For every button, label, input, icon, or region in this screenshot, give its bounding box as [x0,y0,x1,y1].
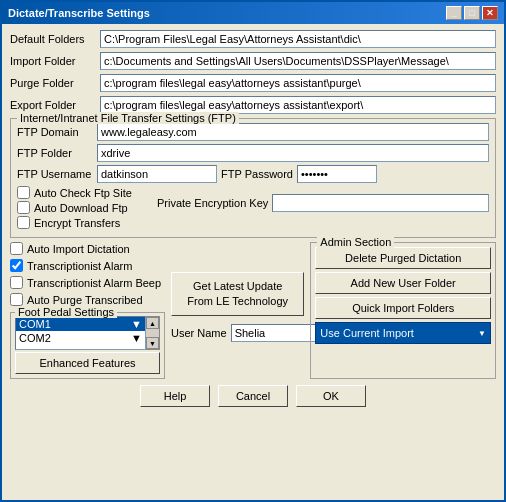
use-current-label: Use Current Import [320,327,414,339]
ftp-domain-label: FTP Domain [17,126,97,138]
ftp-password-input[interactable] [297,165,377,183]
ftp-credentials-row: FTP Username FTP Password [17,165,489,183]
purge-folder-label: Purge Folder [10,77,100,89]
import-folder-label: Import Folder [10,55,100,67]
encrypt-row: Encrypt Transfers [17,216,157,229]
auto-check-row: Auto Check Ftp Site [17,186,157,199]
listbox-scrollbar: ▲ ▼ [146,316,160,350]
purge-folder-row: Purge Folder [10,74,496,92]
ftp-username-input[interactable] [97,165,217,183]
ftp-password-label: FTP Password [217,168,297,180]
default-folders-row: Default Folders [10,30,496,48]
com1-item[interactable]: COM1 ▼ [16,317,145,331]
ftp-group: Internet/Intranet File Transfer Settings… [10,118,496,238]
auto-check-label: Auto Check Ftp Site [34,187,132,199]
transcriptionist-beep-label: Transcriptionist Alarm Beep [27,277,161,289]
ftp-domain-input[interactable] [97,123,489,141]
ftp-options-row: Auto Check Ftp Site Auto Download Ftp En… [17,186,489,231]
default-folders-label: Default Folders [10,33,100,45]
transcriptionist-label: Transcriptionist Alarm [27,260,132,272]
admin-section: Admin Section Delete Purged Dictation Ad… [310,242,496,379]
auto-download-checkbox[interactable] [17,201,30,214]
auto-import-checkbox[interactable] [10,242,23,255]
username-label: User Name [171,327,227,339]
foot-pedal-listbox[interactable]: COM1 ▼ COM2 ▼ ▲ ▼ [15,316,160,350]
foot-pedal-group: Foot Pedal Settings COM1 ▼ COM2 ▼ [10,312,165,379]
enhanced-features-button[interactable]: Enhanced Features [15,352,160,374]
ftp-domain-row: FTP Domain [17,123,489,141]
encrypt-label: Encrypt Transfers [34,217,120,229]
auto-download-label: Auto Download Ftp [34,202,128,214]
import-folder-input[interactable] [100,52,496,70]
foot-pedal-label: Foot Pedal Settings [15,306,117,318]
ftp-folder-row: FTP Folder [17,144,489,162]
bottom-buttons: Help Cancel OK [10,385,496,407]
title-bar: Dictate/Transcribe Settings _ □ ✕ [2,2,504,24]
auto-import-label: Auto Import Dictation [27,243,130,255]
close-button[interactable]: ✕ [482,6,498,20]
use-current-arrow: ▼ [478,329,486,338]
ftp-checkboxes: Auto Check Ftp Site Auto Download Ftp En… [17,186,157,231]
title-bar-buttons: _ □ ✕ [446,6,498,20]
left-bottom: Auto Import Dictation Transcriptionist A… [10,242,165,379]
username-row: User Name [171,324,304,342]
scroll-up-btn[interactable]: ▲ [146,317,159,329]
ftp-folder-label: FTP Folder [17,147,97,159]
transcriptionist-beep-row: Transcriptionist Alarm Beep [10,276,165,289]
ftp-group-label: Internet/Intranet File Transfer Settings… [17,112,239,124]
private-key-row: Private Encryption Key [157,194,489,212]
ftp-folder-input[interactable] [97,144,489,162]
main-window: Dictate/Transcribe Settings _ □ ✕ Defaul… [0,0,506,502]
quick-import-button[interactable]: Quick Import Folders [315,297,491,319]
middle-bottom: Get Latest Update From LE Technology Use… [171,242,304,379]
admin-section-label: Admin Section [317,236,394,248]
use-current-import-button[interactable]: Use Current Import ▼ [315,322,491,344]
delete-purged-button[interactable]: Delete Purged Dictation [315,247,491,269]
encrypt-checkbox[interactable] [17,216,30,229]
import-folder-row: Import Folder [10,52,496,70]
add-user-folder-button[interactable]: Add New User Folder [315,272,491,294]
private-key-label: Private Encryption Key [157,197,268,209]
com2-item[interactable]: COM2 ▼ [16,331,145,345]
minimize-button[interactable]: _ [446,6,462,20]
auto-purge-checkbox[interactable] [10,293,23,306]
default-folders-input[interactable] [100,30,496,48]
content-area: Default Folders Import Folder Purge Fold… [2,24,504,500]
private-key-input[interactable] [272,194,489,212]
ok-button[interactable]: OK [296,385,366,407]
transcriptionist-row: Transcriptionist Alarm [10,259,165,272]
transcriptionist-checkbox[interactable] [10,259,23,272]
auto-purge-row: Auto Purge Transcribed [10,293,165,306]
auto-download-row: Auto Download Ftp [17,201,157,214]
maximize-button[interactable]: □ [464,6,480,20]
window-title: Dictate/Transcribe Settings [8,7,150,19]
transcriptionist-beep-checkbox[interactable] [10,276,23,289]
scroll-down-btn[interactable]: ▼ [146,337,159,349]
listbox-main[interactable]: COM1 ▼ COM2 ▼ [15,316,146,350]
auto-check-checkbox[interactable] [17,186,30,199]
purge-folder-input[interactable] [100,74,496,92]
auto-import-row: Auto Import Dictation [10,242,165,255]
get-update-button[interactable]: Get Latest Update From LE Technology [171,272,304,316]
cancel-button[interactable]: Cancel [218,385,288,407]
ftp-username-label: FTP Username [17,168,97,180]
auto-purge-label: Auto Purge Transcribed [27,294,143,306]
bottom-section: Auto Import Dictation Transcriptionist A… [10,242,496,379]
export-folder-label: Export Folder [10,99,100,111]
help-button[interactable]: Help [140,385,210,407]
